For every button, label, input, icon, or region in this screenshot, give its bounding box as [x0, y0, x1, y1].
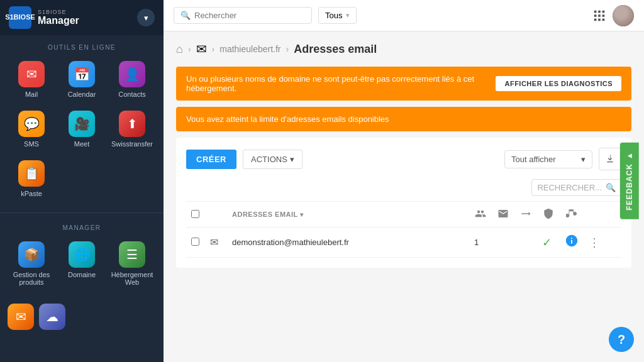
- home-icon[interactable]: ⌂: [176, 43, 183, 56]
- search-input[interactable]: [194, 11, 305, 20]
- filter-all-button[interactable]: Tout afficher ▾: [504, 150, 592, 168]
- sidebar-logo: S1BIOSE S1BIOSE Manager: [9, 6, 79, 29]
- table-row: ✉ demonstration@mathieulebert.fr 1 ✓: [186, 228, 621, 258]
- apps-grid-icon[interactable]: [592, 9, 606, 23]
- th-users: [469, 202, 492, 228]
- chevron-down-icon: ▾: [346, 11, 350, 19]
- search-box[interactable]: 🔍: [174, 7, 312, 24]
- th-redirect: [514, 202, 537, 228]
- sidebar-cloud[interactable]: ☁: [39, 304, 65, 330]
- sidebar-item-domaine[interactable]: 🌐 Domaine: [58, 236, 106, 291]
- breadcrumb-sep-2: ›: [212, 44, 215, 54]
- swisstransfer-label: Swisstransfer: [111, 140, 153, 148]
- avatar-image: [613, 5, 634, 26]
- gestion-label: Gestion des produits: [10, 271, 53, 286]
- actions-button[interactable]: ACTIONS ▾: [243, 150, 303, 169]
- breadcrumb-email-icon[interactable]: ✉: [196, 41, 207, 57]
- svg-rect-1: [598, 10, 601, 13]
- content-area: ⌂ › ✉ › mathieulebert.fr › Adresses emai…: [164, 31, 644, 362]
- sidebar-item-mail[interactable]: ✉ Mail: [8, 56, 55, 103]
- td-envelope-icon: ✉: [205, 228, 227, 258]
- search-icon: 🔍: [180, 11, 191, 20]
- email-table: ADRESSES EMAIL ▾: [186, 201, 621, 258]
- domaine-icon: 🌐: [69, 241, 95, 268]
- calendar-label: Calendar: [68, 90, 96, 98]
- logo-box: S1BIOSE: [9, 6, 31, 29]
- row-checkbox[interactable]: [191, 238, 199, 246]
- check-icon: ✓: [542, 236, 552, 249]
- contacts-icon: 👤: [119, 61, 145, 87]
- th-alias: [492, 202, 514, 228]
- svg-rect-6: [594, 18, 597, 21]
- sidebar-item-kpaste[interactable]: 📋 kPaste: [8, 155, 55, 202]
- th-email[interactable]: ADRESSES EMAIL ▾: [227, 202, 469, 228]
- sidebar-item-gestion[interactable]: 📦 Gestion des produits: [8, 236, 55, 291]
- chevron-down-icon: ▾: [144, 13, 148, 23]
- alert-limit-text: Vous avez atteint la limite d'adresses e…: [186, 114, 389, 124]
- table-header-row: ADRESSES EMAIL ▾: [186, 202, 621, 228]
- online-tools-grid: ✉ Mail 📅 Calendar 👤 Contacts 💬 SMS 🎥 Mee…: [0, 56, 164, 210]
- td-email-address: demonstration@mathieulebert.fr: [227, 228, 469, 258]
- avatar[interactable]: [613, 5, 634, 26]
- th-flow: [560, 202, 584, 228]
- svg-rect-5: [602, 14, 605, 17]
- sidebar-email-bottom[interactable]: ✉: [8, 304, 34, 330]
- sort-icon: ▾: [300, 211, 304, 218]
- sidebar-toggle[interactable]: ▾: [137, 9, 155, 26]
- create-button[interactable]: CRÉER: [186, 150, 236, 169]
- sidebar-title: S1BIOSE Manager: [38, 9, 79, 26]
- svg-rect-0: [594, 10, 597, 13]
- th-email-icon: [205, 202, 227, 228]
- filter-all-label: Tout afficher: [511, 155, 556, 164]
- table-panel: CRÉER ACTIONS ▾ Tout afficher ▾ RECHERCH…: [176, 138, 631, 268]
- sidebar-item-hebergement[interactable]: ☰ Hébergement Web: [108, 236, 156, 291]
- gestion-icon: 📦: [18, 241, 45, 268]
- kpaste-label: kPaste: [21, 190, 42, 197]
- sidebar-item-calendar[interactable]: 📅 Calendar: [58, 56, 106, 103]
- alert-limit: Vous avez atteint la limite d'adresses e…: [176, 107, 631, 131]
- td-redirect: [514, 228, 537, 258]
- manager-grid: 📦 Gestion des produits 🌐 Domaine ☰ Héber…: [0, 236, 164, 299]
- breadcrumb-sep-3: ›: [286, 44, 289, 54]
- download-button[interactable]: [599, 148, 621, 170]
- breadcrumb-sep-1: ›: [188, 44, 191, 54]
- search-row: RECHERCHER... 🔍: [186, 179, 621, 196]
- alert-diagnostics-button[interactable]: AFFICHER LES DIAGNOSTICS: [496, 76, 621, 91]
- more-options-icon[interactable]: ⋮: [589, 236, 600, 249]
- sidebar-item-sms[interactable]: 💬 SMS: [8, 106, 55, 153]
- sidebar-item-swisstransfer[interactable]: ⬆ Swisstransfer: [108, 106, 156, 153]
- topbar: 🔍 Tous ▾: [164, 0, 644, 31]
- td-alias: [492, 228, 514, 258]
- filter-dropdown[interactable]: Tous ▾: [318, 7, 357, 24]
- mail-label: Mail: [25, 90, 38, 98]
- feedback-label: FEEDBACK: [625, 163, 634, 211]
- svg-rect-4: [598, 14, 601, 17]
- table-search[interactable]: RECHERCHER... 🔍: [531, 179, 621, 196]
- mail-icon: ✉: [18, 61, 45, 87]
- help-button[interactable]: ?: [609, 327, 634, 352]
- chevron-down-icon: ▾: [290, 155, 294, 164]
- th-checkbox: [186, 202, 205, 228]
- kpaste-icon: 📋: [18, 160, 45, 187]
- logo-main: Manager: [38, 15, 79, 26]
- meet-icon: 🎥: [69, 111, 95, 137]
- svg-rect-2: [602, 10, 605, 13]
- select-all-checkbox[interactable]: [191, 210, 199, 218]
- sidebar-item-contacts[interactable]: 👤 Contacts: [108, 56, 156, 103]
- td-users-count: 1: [469, 228, 492, 258]
- table-toolbar: CRÉER ACTIONS ▾ Tout afficher ▾: [186, 148, 621, 170]
- action-icon[interactable]: [565, 238, 579, 250]
- feedback-tab[interactable]: FEEDBACK ▲: [620, 143, 639, 219]
- td-more-icon: ⋮: [584, 228, 621, 258]
- help-label: ?: [618, 332, 625, 347]
- domaine-label: Domaine: [68, 271, 96, 278]
- alert-domain: Un ou plusieurs noms de domaine ne sont …: [176, 67, 631, 101]
- svg-rect-7: [598, 18, 601, 21]
- td-checkbox: [186, 228, 205, 258]
- svg-rect-3: [594, 14, 597, 17]
- users-count: 1: [474, 238, 479, 247]
- feedback-icon: ▲: [625, 151, 634, 160]
- sidebar-item-meet[interactable]: 🎥 Meet: [58, 106, 106, 153]
- breadcrumb-domain[interactable]: mathieulebert.fr: [219, 44, 280, 54]
- td-action-icon: [560, 228, 584, 258]
